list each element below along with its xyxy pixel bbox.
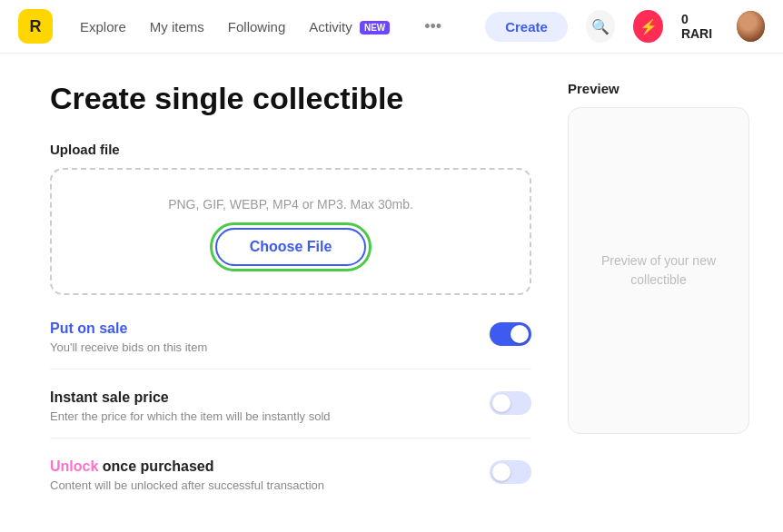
nav-activity[interactable]: Activity NEW [300, 14, 399, 40]
logo[interactable]: R [18, 9, 53, 44]
unlock-desc: Content will be unlocked after successfu… [50, 478, 471, 492]
instant-sale-info: Instant sale price Enter the price for w… [50, 389, 471, 423]
choose-file-button[interactable]: Choose File [215, 228, 367, 266]
search-button[interactable]: 🔍 [586, 10, 616, 43]
put-on-sale-title: Put on sale [50, 320, 471, 337]
nav-links: Explore My items Following Activity NEW [71, 14, 399, 40]
nav-explore[interactable]: Explore [71, 14, 135, 40]
nav-following[interactable]: Following [219, 14, 294, 40]
toggle-knob [492, 394, 510, 412]
rari-balance: 0 RARI [681, 12, 719, 41]
unlock-toggle-wrap [490, 460, 531, 484]
unlock-title-part2-text: once purchased [103, 458, 214, 474]
instant-sale-row: Instant sale price Enter the price for w… [50, 389, 531, 438]
search-icon: 🔍 [591, 18, 610, 35]
page-title: Create single collectible [50, 81, 531, 116]
unlock-toggle[interactable] [490, 460, 531, 484]
nav-more-button[interactable]: ••• [417, 14, 449, 40]
unlock-info: Unlock once purchased Content will be un… [50, 458, 471, 492]
toggle-knob [510, 325, 529, 343]
put-on-sale-toggle[interactable] [490, 322, 531, 346]
right-column: Preview Preview of your new collectible [568, 81, 749, 527]
unlock-row: Unlock once purchased Content will be un… [50, 458, 531, 507]
nav-my-items[interactable]: My items [141, 14, 213, 40]
upload-hint: PNG, GIF, WEBP, MP4 or MP3. Max 30mb. [70, 197, 511, 212]
left-column: Create single collectible Upload file PN… [50, 81, 531, 527]
main-content: Create single collectible Upload file PN… [0, 54, 783, 532]
unlock-title: Unlock once purchased [50, 458, 471, 475]
lightning-button[interactable]: ⚡ [633, 10, 663, 43]
preview-label: Preview [568, 81, 749, 96]
put-on-sale-desc: You'll receive bids on this item [50, 340, 471, 354]
activity-badge: NEW [360, 21, 390, 34]
put-on-sale-info: Put on sale You'll receive bids on this … [50, 320, 471, 354]
unlock-title-part1: Unlock [50, 458, 98, 474]
upload-section-label: Upload file [50, 142, 531, 157]
upload-dropzone[interactable]: PNG, GIF, WEBP, MP4 or MP3. Max 30mb. Ch… [50, 168, 531, 295]
lightning-icon: ⚡ [639, 18, 658, 35]
preview-box: Preview of your new collectible [568, 107, 749, 434]
put-on-sale-toggle-wrap [490, 322, 531, 346]
put-on-sale-row: Put on sale You'll receive bids on this … [50, 320, 531, 369]
instant-sale-toggle[interactable] [490, 391, 531, 415]
toggle-knob [492, 463, 510, 481]
avatar-image [737, 11, 765, 42]
avatar[interactable] [737, 11, 765, 42]
navbar: R Explore My items Following Activity NE… [0, 0, 783, 54]
preview-placeholder: Preview of your new collectible [569, 233, 748, 308]
instant-sale-title: Instant sale price [50, 389, 471, 406]
instant-sale-desc: Enter the price for which the item will … [50, 409, 471, 423]
instant-sale-toggle-wrap [490, 391, 531, 415]
create-button[interactable]: Create [485, 12, 568, 42]
